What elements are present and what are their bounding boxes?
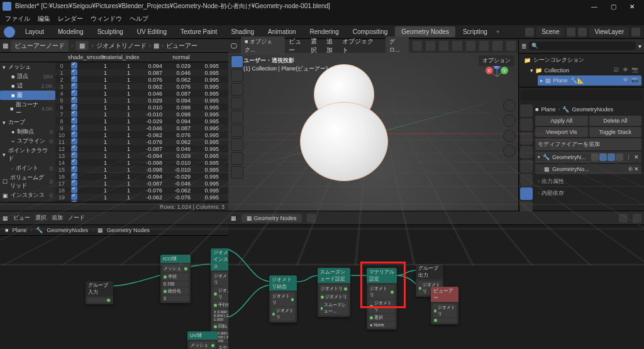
sb-face[interactable]: ■面1.0K: [0, 91, 55, 100]
viewlayer-field[interactable]: ViewLayer: [589, 27, 629, 36]
plane-object[interactable]: ▸ ▧Plane🔧📐👁📷: [538, 75, 641, 86]
outliner-search[interactable]: 🔍: [529, 42, 636, 50]
cursor-tool[interactable]: [231, 69, 243, 82]
table-row[interactable]: 4110.0460.0870.995: [55, 90, 228, 97]
select-tool[interactable]: [231, 55, 243, 68]
overlay-icon[interactable]: [439, 41, 448, 51]
shading-solid-icon[interactable]: [479, 41, 489, 51]
workspace-tab-shading[interactable]: Shading: [225, 26, 260, 37]
table-row[interactable]: 0110.0940.0290.995: [55, 62, 228, 69]
vp-options[interactable]: オプション: [479, 55, 514, 66]
apply-all-button[interactable]: Apply All: [535, 116, 588, 126]
table-row[interactable]: 911-0.0460.0870.995: [55, 125, 228, 131]
vp-menu-add[interactable]: 追加: [326, 37, 338, 55]
annotate-tool[interactable]: [231, 138, 243, 151]
camera-icon[interactable]: [503, 130, 516, 142]
curve-group[interactable]: ▾カーブ: [0, 118, 55, 127]
3d-viewport[interactable]: 🖵 ■ オブジェク... ビュー 選択 追加 オブジェクト グロ... オプショ…: [228, 39, 518, 211]
workspace-tab-rendering[interactable]: Rendering: [304, 26, 345, 37]
delete-all-button[interactable]: Delete All: [589, 116, 642, 126]
transform-tool[interactable]: [231, 125, 243, 137]
table-row[interactable]: 811-0.0290.0940.995: [55, 118, 228, 125]
bc-viewer[interactable]: ビューアー: [166, 42, 197, 50]
render-icon[interactable]: 📷: [631, 67, 639, 74]
vp-menu-view[interactable]: ビュー: [289, 37, 307, 55]
measure-tool[interactable]: [231, 152, 243, 165]
toggle-stack-button[interactable]: Toggle Stack: [589, 127, 642, 137]
workspace-tab-sculpting[interactable]: Sculpting: [91, 26, 130, 37]
node-viewer[interactable]: ビューアー ジオメトリ: [431, 287, 458, 324]
collection[interactable]: ▾ 📁Collection☑👁📷: [521, 65, 641, 75]
sb-cp[interactable]: ●制御点0: [0, 127, 55, 136]
mesh-group[interactable]: ▾メッシュ: [0, 62, 55, 72]
workspace-tab-uv-editing[interactable]: UV Editing: [131, 26, 173, 37]
move-tool[interactable]: [231, 83, 243, 96]
snowman-mesh[interactable]: [300, 64, 388, 181]
sb-corner[interactable]: ■面コーナー4.0K: [0, 100, 55, 118]
eye-icon[interactable]: 👁: [623, 77, 630, 84]
workspace-tab-geometry-nodes[interactable]: Geometry Nodes: [395, 26, 455, 37]
sb-spline[interactable]: ~スプライン0: [0, 136, 55, 146]
node-set-smooth[interactable]: スムーズシェード設定 ジオメトリジオメトリスムーズシェー...: [318, 268, 350, 317]
eye-icon[interactable]: 👁: [623, 67, 630, 74]
modifier-menu-icon[interactable]: ⋮: [626, 154, 631, 160]
menu-window[interactable]: ウィンドウ: [91, 14, 122, 23]
editor-type-icon[interactable]: ▦: [3, 42, 8, 49]
table-row[interactable]: 1110.0870.0460.995: [55, 69, 228, 76]
blender-icon[interactable]: [4, 26, 15, 38]
shading-wire-icon[interactable]: [466, 41, 475, 51]
minimize-button[interactable]: —: [585, 0, 604, 13]
workspace-tab-modeling[interactable]: Modeling: [52, 26, 90, 37]
xray-icon[interactable]: [452, 41, 462, 51]
workspace-tab-texture-paint[interactable]: Texture Paint: [174, 26, 223, 37]
menu-edit[interactable]: 編集: [38, 14, 50, 23]
menu-file[interactable]: ファイル: [5, 14, 30, 23]
snap-icon[interactable]: [413, 41, 422, 51]
exclude-icon[interactable]: ☑: [614, 67, 621, 74]
scene-browse-icon[interactable]: [567, 28, 575, 36]
col-shade-smooth[interactable]: shade_smooth: [68, 54, 103, 60]
bc-icon2[interactable]: ▦: [153, 42, 159, 49]
maximize-button[interactable]: ▢: [604, 0, 623, 13]
add-tool[interactable]: [231, 166, 243, 179]
scene-collection[interactable]: 📁シーンコレクション: [521, 55, 641, 65]
viewlayer-browse-icon[interactable]: [631, 28, 640, 36]
shading-rendered-icon[interactable]: [506, 41, 516, 51]
nav-gizmo[interactable]: YXZ: [482, 62, 512, 92]
proportional-icon[interactable]: [426, 41, 435, 51]
zoom-icon[interactable]: [503, 99, 516, 112]
node-group-input[interactable]: グループ入力: [86, 281, 113, 304]
table-row[interactable]: 6110.0100.0980.995: [55, 104, 228, 111]
pc-group[interactable]: ▾ポイントクラウド: [0, 146, 55, 163]
spreadsheet-mode[interactable]: ビューアーノード: [11, 40, 69, 52]
col-normal[interactable]: normal: [137, 54, 225, 60]
vp-menu-select[interactable]: 選択: [311, 37, 323, 55]
bc-icon[interactable]: ▦: [75, 41, 89, 50]
table-row[interactable]: 5110.0290.0940.995: [55, 97, 228, 104]
workspace-tab-animation[interactable]: Animation: [262, 26, 302, 37]
workspace-tab-compositing[interactable]: Compositing: [347, 26, 394, 37]
viewlayer-icon[interactable]: [578, 28, 587, 36]
vp-object-mode[interactable]: ■ オブジェク...: [241, 36, 285, 55]
vp-editor-type-icon[interactable]: 🖵: [231, 43, 237, 50]
sb-point[interactable]: ·ポイント0: [0, 163, 55, 173]
node-join-geometry[interactable]: ジオメトリ結合 ジオメトリジオメトリ: [269, 275, 297, 323]
props-tab-render[interactable]: [520, 104, 533, 117]
table-row[interactable]: 3110.0620.0760.995: [55, 83, 228, 90]
render-icon[interactable]: 📷: [631, 77, 639, 84]
close-button[interactable]: ✕: [623, 0, 641, 13]
bc-object[interactable]: Plane: [541, 106, 555, 113]
workspace-tab-layout[interactable]: Layout: [19, 26, 50, 37]
bc-modifier[interactable]: GeometryNodes: [572, 106, 613, 113]
node-uv-sphere[interactable]: UV球 メッシュ セグメント 32 リング 16 半径 1.000: [187, 331, 218, 349]
props-search[interactable]: [521, 90, 641, 101]
workspace-tab-scripting[interactable]: Scripting: [457, 26, 494, 37]
scale-tool[interactable]: [231, 111, 243, 123]
scene-field[interactable]: Scene: [536, 27, 564, 36]
outliner-type-icon[interactable]: ≣: [521, 43, 526, 50]
shading-mat-icon[interactable]: [492, 41, 502, 51]
add-workspace-button[interactable]: +: [494, 28, 502, 35]
vp-orientation[interactable]: グロ...: [386, 36, 408, 55]
persp-icon[interactable]: [503, 145, 516, 157]
table-row[interactable]: 2110.0760.0620.995: [55, 76, 228, 83]
